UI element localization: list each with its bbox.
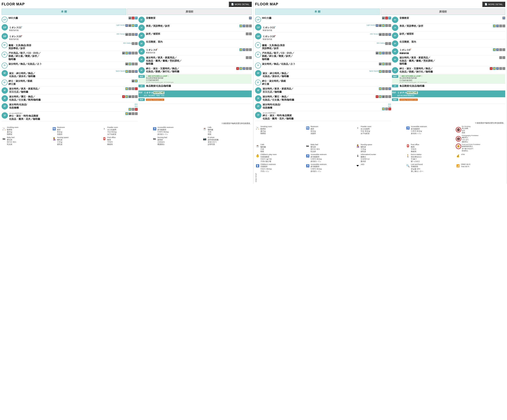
left-hirobakan-list: 8F 音樂教室 🚻 7F 美容／英語學校／診所 📶: [138, 16, 252, 121]
left-honkan-list: 12F MIO大廳 📷 ♥ 🚻 11F Light Garden: [2, 16, 138, 121]
r-legend-nursing: 🤱 Nursing space哺乳室수유실授乳室: [355, 144, 405, 153]
r-legend-cafe-text: Cafe咖啡廳카페喫茶: [261, 144, 266, 153]
floor-badge-8f: 8F: [2, 52, 7, 58]
legend-powder: ♀ Powder room女士化妝間여성 화장실女子化粧室: [102, 126, 151, 136]
icons-6f: 📶 ♂ ♀ ♿: [125, 70, 138, 73]
r-wifi-6f: 📶: [379, 70, 382, 73]
photo-icon-8f: 📷: [122, 52, 125, 55]
hiroba-content-3f: 淑女時尚／家具・家庭用品／化妝品・藥局／書籍／烹飪課程／咖啡廳: [146, 56, 246, 66]
r-hiroba-name-4f: ミオレス4P餐廳/咖啡廳: [400, 48, 493, 55]
r-floor-row-4f: 4F 淑女時尚／家具・家庭用品／百日元店／咖啡廳 📶 ♂ ♀ ♿: [255, 87, 391, 94]
floor-name-11f: ミオレス11P: [9, 26, 125, 29]
r-male-10f: ♂: [382, 33, 385, 36]
male-icon-1f: ♂: [132, 112, 134, 115]
tab-hirobakan-right[interactable]: 廣場館: [381, 8, 505, 15]
legend-smoking-text: Smoking room吸煙室흡연실喫煙室: [7, 126, 18, 136]
r-hiroba-name-8f: 音樂教室: [400, 17, 502, 20]
floor-row-12f-left: 12F MIO大廳 📷 ♥ 🚻: [2, 16, 138, 23]
r-female-3f: ♀: [388, 95, 391, 98]
r-legend-atm-text: ATM: [461, 154, 465, 156]
tab-hirobakan-left[interactable]: 廣場館: [127, 8, 252, 15]
r-hiroba-name-5f: 生活雜貨、室內: [400, 40, 505, 43]
r-floor-content-3f: 淑女時尚／寶石・飾品／化妝品／仕女服／郵局/咖啡廳: [263, 95, 376, 101]
female-icon-4f: ♀: [132, 87, 134, 90]
tab-honkan-left[interactable]: 本 館: [2, 8, 126, 15]
male-icon-3f: ♂: [132, 95, 134, 98]
r-hiroba-icons-3f: ♂ ♀: [499, 56, 505, 59]
r-female-4f: ♀: [385, 87, 388, 90]
floor-content-1f: JR MIO本館對側口 紳士・淑女・時尚/食品雜貨化妝品・藥局・花卉／咖啡廳: [9, 112, 125, 121]
r-wifi-3f: 📶: [379, 95, 382, 98]
r-hiroba-badge-3f: 3F: [392, 56, 398, 63]
r-floor-row-7f: 7F 淑女時尚／飾品／化妝品／占卜 📷 📶 ♂ ♀: [255, 62, 391, 69]
r-restroom-h8f: 🚻: [502, 17, 505, 19]
hiroba-6f-left: 6F 診所／補習班 ♂ ♀: [138, 32, 252, 40]
heart-icon-3f: ♥: [122, 95, 125, 98]
r-legend-childrentoilet: 🚼 Children's restroom兒童廁所어린이 화장실子供トイレ: [255, 163, 305, 173]
photo-icon: 📷: [128, 17, 131, 19]
r-legend-accessible3: ♿ Accessible restroom多功能廁所다목적 화장실多目的トイレ: [305, 163, 355, 173]
document-icon: 📄: [231, 3, 234, 6]
tab-honkan-right[interactable]: 本 館: [255, 8, 380, 15]
r-hiroba-icons-2f: ♥ 📶 ♿ ♂ ♀: [490, 67, 505, 70]
r-smoking-icon: 🚬: [255, 126, 260, 130]
r-male-8f: ♂: [385, 52, 388, 55]
r-hiroba-name-1f: 食品雜貨/化妝品/咖啡廳: [400, 84, 505, 88]
r-info-2f: ℹ: [385, 107, 388, 110]
r-hiroba-content-b1f: ミオチカMARCHÉ 超市/食品雜貨/餐廳/花朵: [397, 91, 505, 97]
female-icon-8f: ♀: [135, 52, 138, 55]
floor-row-9f-left: 9F MIO Gallery 書籍・文具/飾品/美容英語學校／診所 ♂ ♀: [2, 42, 138, 51]
icons-7f: 📸 📶 ♂ ♀: [125, 63, 138, 65]
r-hiroba-2f: 2F 紳士・淑女・兒童時尚／飾品／化妝品／眼鏡／旅行社／咖啡廳 ♥ 📶 ♿ ♂ …: [392, 67, 505, 74]
r-male-h7f: ♂: [499, 25, 502, 27]
hiroba-content-1f: 食品雜貨/化妝品/咖啡廳: [146, 84, 252, 88]
left-more-detail-button[interactable]: 📄 MORE DETAIL: [229, 2, 252, 7]
left-tabs: 本 館 廣場館: [2, 8, 252, 15]
r-legend-aed-text: AED: [361, 163, 364, 166]
r-accessible-h4f: ♿: [496, 48, 499, 51]
male-icon-9f: ♂: [132, 42, 134, 45]
female-icon-6f: ♀: [132, 70, 134, 73]
r-aed-icon: ❤: [355, 163, 360, 168]
r-female-6f: ♀: [385, 70, 388, 73]
left-legend: 🚬 Smoking room吸煙室흡연실喫煙室 🚻 Restroom廁所화장실洗…: [2, 126, 252, 146]
legend-restroom: 🚻 Restroom廁所화장실洗面所: [52, 126, 101, 136]
r-hiroba-badge-b1f: B1F: [392, 91, 396, 94]
r-legend-post-text: Post office郵局우체국郵便局: [411, 144, 419, 153]
floor-row-5f-left: 5F 紳士・淑女時尚／眼鏡紳士服 📷 📶: [2, 79, 138, 87]
r-legend-powder: ♀ Powder room女士化妝間여성 화장실女子化粧室: [355, 126, 405, 143]
r-legend-lostandfound-text: Lost and found失物招領분실물 센터落し物センター: [411, 163, 423, 173]
r-floor-content-9f: MIO Gallery 書籍・文具/飾品/美容英語學校／診所: [262, 42, 385, 50]
r-hiroba-badge-6f: 6F: [392, 33, 398, 39]
r-marche-sub: 超市/食品雜貨/餐廳/花朵: [397, 94, 505, 97]
r-legend-accessible2-text: Accessible restroom多功能廁所다목적 화장실多目的トイレ: [310, 154, 327, 163]
r-wifi-4f: 📶: [379, 87, 382, 90]
icons-8f: 📷 📶 ♿ ♂ ♀: [122, 52, 138, 55]
hiroba-content-m2f: 🍴MIO KITCHEN & LOOP🍴 食品雜貨/餐廳/咖啡廳/日式咖啡廳/酒…: [146, 75, 252, 83]
r-lostandfound-icon: 🔍: [406, 163, 410, 168]
accessible-legend-icon: ♿: [152, 126, 157, 131]
right-panel: FLOOR MAP 📄 MORE DETAIL 本 館 廣場館 12F MIO大…: [254, 0, 507, 184]
r-floor-content-5f: 紳士・淑女時尚／眼鏡紳士服: [262, 80, 391, 86]
r-female-h4f: ♀: [502, 48, 505, 51]
hiroba-icons-4f: 📶 ♿ ♂ ♀: [239, 48, 252, 51]
r-atm-icon: 💰: [456, 154, 460, 158]
r-legend-childrentoilet-text: Children's restroom兒童廁所어린이 화장실子供トイレ: [261, 163, 276, 173]
hiroba-badge-1f: 1F: [138, 84, 145, 87]
r-floor-name-9f: 書籍・文具/飾品/美容英語學校／診所: [262, 44, 385, 50]
floor-content-8f: 戶外用品／鞋子／CD・DVD／眼鏡／紳士服／雜貨／診所／咖啡廳: [8, 52, 122, 61]
wifi-icon-3f: 📶: [125, 95, 128, 98]
no-smoking-icon: 🚭: [456, 127, 461, 133]
wifi-icon-1f: 📶: [125, 112, 128, 115]
r-floor-badge-7f: 7F: [255, 63, 261, 69]
r-hiroba-name-6f: 診所／補習班: [400, 33, 505, 36]
r-hiroba-name-7f: 美容／英語學校／診所: [400, 25, 493, 28]
r-hiroba-icons-7f: 📶 ♿ ♂ ♀: [493, 25, 505, 27]
r-hiroba-badge-m2f: M2F: [392, 75, 398, 78]
jr-label-1f: JR MIO本館對側口: [9, 112, 125, 114]
right-more-detail-button[interactable]: 📄 MORE DETAIL: [482, 2, 505, 7]
r-floor-row-2f: 2F 淑女時尚/化妝品/信息橋欄 連絡通道 📶 ℹ ♥: [255, 103, 391, 111]
hiroba-1f-left: 1F 食品雜貨/化妝品/咖啡廳: [138, 84, 252, 90]
heart-icon-2f: ♥: [135, 108, 138, 111]
floor-badge-1f: 1F: [2, 112, 8, 119]
